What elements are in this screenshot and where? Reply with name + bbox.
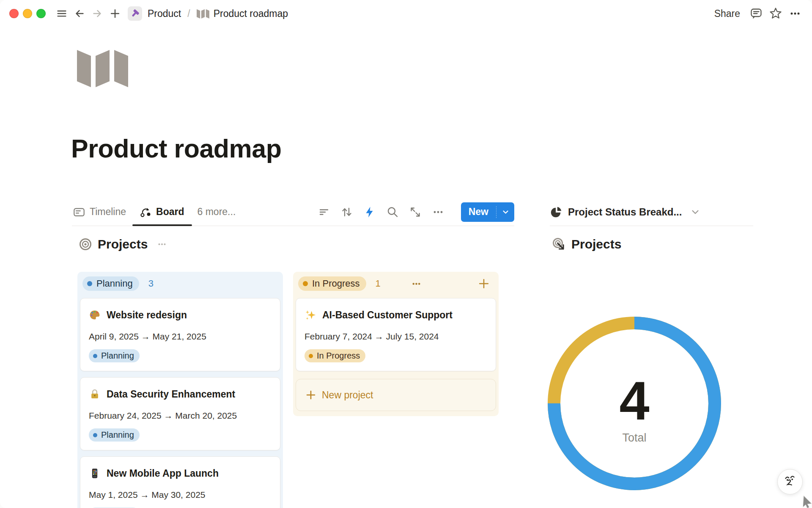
- card-status-label: In Progress: [317, 351, 360, 361]
- tab-board[interactable]: Board: [138, 198, 185, 226]
- palette-icon: [89, 309, 101, 321]
- lock-icon: [89, 388, 101, 400]
- new-tab-button[interactable]: [107, 6, 123, 21]
- tabs-more[interactable]: 6 more...: [197, 198, 237, 226]
- minimize-window-button[interactable]: [23, 9, 32, 18]
- page-icon-map[interactable]: [76, 47, 129, 88]
- app-window: Product / Product roadmap Share Product …: [0, 0, 812, 508]
- mobile-phone-icon: [89, 467, 101, 479]
- plus-icon: [109, 7, 121, 20]
- page-options-button[interactable]: [787, 6, 803, 21]
- timeline-view-icon: [73, 206, 85, 218]
- comment-icon: [749, 7, 763, 20]
- new-button[interactable]: New: [461, 202, 514, 222]
- card-title: Data Security Enhancement: [107, 386, 235, 402]
- card-status-tag: Planning: [89, 349, 140, 362]
- close-window-button[interactable]: [9, 9, 19, 18]
- card-new-mobile-app-launch[interactable]: New Mobile App Launch May 1, 2025 → May …: [80, 456, 280, 508]
- bullseye-icon: [79, 237, 92, 251]
- column-in-progress-header: In Progress 1: [296, 275, 496, 292]
- search-button[interactable]: [386, 205, 399, 219]
- map-icon-large: [77, 47, 128, 87]
- card-website-redesign[interactable]: Website redesign April 9, 2025 → May 21,…: [80, 298, 280, 371]
- status-dot-blue: [87, 281, 92, 286]
- view-bar: Timeline Board 6 more...: [72, 198, 514, 226]
- new-project-label: New project: [322, 389, 373, 401]
- sidebar-menu-button[interactable]: [54, 6, 69, 21]
- window-controls: [9, 9, 46, 18]
- status-pill-planning[interactable]: Planning: [82, 276, 139, 291]
- back-arrow-icon: [73, 7, 86, 20]
- favorite-button[interactable]: [768, 6, 783, 21]
- column-planning-header: Planning 3: [80, 275, 280, 292]
- tab-timeline-label: Timeline: [90, 206, 126, 218]
- column-add-card-button[interactable]: [477, 277, 490, 291]
- column-options-button[interactable]: [411, 278, 422, 291]
- plus-icon: [305, 389, 316, 400]
- plus-icon: [477, 277, 490, 290]
- notion-ai-button[interactable]: [777, 469, 803, 494]
- zoom-window-button[interactable]: [36, 9, 46, 18]
- expand-button[interactable]: [409, 205, 422, 219]
- card-date-range: February 7, 2024 → July 15, 2024: [304, 331, 487, 342]
- ellipsis-icon: [788, 7, 802, 20]
- kanban-board: Planning 3 Website redesign April 9, 202…: [77, 272, 499, 508]
- sparkles-icon: [304, 309, 316, 321]
- breadcrumb-separator: /: [187, 8, 191, 19]
- board-group-heading-label: Projects: [98, 237, 148, 251]
- card-title: Website redesign: [107, 307, 187, 323]
- tab-timeline[interactable]: Timeline: [72, 198, 127, 226]
- donut-chart: [548, 317, 721, 490]
- tabs-more-label: 6 more...: [198, 206, 236, 218]
- topbar-actions: Share: [710, 6, 803, 21]
- search-icon: [386, 205, 399, 219]
- sort-button[interactable]: [340, 205, 354, 219]
- status-donut[interactable]: 4 Total: [548, 317, 721, 490]
- view-options-button[interactable]: [431, 205, 445, 219]
- ai-face-icon: [782, 474, 798, 490]
- expand-icon: [409, 205, 422, 219]
- new-project-button[interactable]: New project: [296, 379, 496, 411]
- card-ai-based-customer-support[interactable]: AI-Based Customer Support February 7, 20…: [296, 298, 496, 371]
- bullseye-arrow-icon: [552, 237, 566, 251]
- new-button-dropdown[interactable]: [497, 209, 514, 215]
- top-bar: Product / Product roadmap Share: [0, 0, 812, 27]
- group-options-button[interactable]: [156, 239, 167, 250]
- hamburger-icon: [55, 7, 68, 20]
- forward-arrow-icon: [91, 7, 104, 20]
- comments-button[interactable]: [749, 6, 764, 21]
- hammer-icon: [129, 8, 140, 19]
- view-tabs: Timeline Board 6 more...: [72, 198, 236, 226]
- chart-view-selector[interactable]: Project Status Breakd...: [550, 198, 753, 226]
- star-icon: [769, 7, 782, 20]
- filter-button[interactable]: [317, 205, 331, 219]
- breadcrumb-item-product[interactable]: Product: [146, 7, 183, 20]
- breadcrumb-page-label: Product roadmap: [214, 8, 288, 19]
- map-icon: [197, 8, 209, 19]
- tab-board-label: Board: [156, 206, 184, 218]
- status-dot-yellow: [309, 354, 313, 358]
- card-status-label: Planning: [101, 351, 134, 361]
- forward-button[interactable]: [90, 6, 105, 21]
- share-button[interactable]: Share: [710, 6, 744, 21]
- board-view-icon: [139, 206, 152, 218]
- automations-button[interactable]: [363, 205, 376, 219]
- status-pill-label: Planning: [96, 278, 133, 289]
- workspace-icon[interactable]: [128, 6, 142, 21]
- status-pill-in-progress[interactable]: In Progress: [298, 276, 366, 291]
- ellipsis-icon: [156, 239, 167, 250]
- card-data-security-enhancement[interactable]: Data Security Enhancement February 24, 2…: [80, 377, 280, 450]
- filter-icon: [317, 205, 331, 219]
- back-button[interactable]: [72, 6, 87, 21]
- status-dot-yellow: [303, 281, 308, 286]
- view-toolbar: New: [317, 202, 514, 222]
- breadcrumb-item-product-roadmap[interactable]: Product roadmap: [195, 7, 290, 20]
- column-count: 1: [376, 278, 381, 289]
- status-dot-blue: [93, 433, 97, 437]
- chart-heading-label: Projects: [571, 237, 621, 251]
- card-date-range: April 9, 2025 → May 21, 2025: [89, 331, 272, 342]
- chevron-down-icon: [691, 208, 700, 216]
- column-planning: Planning 3 Website redesign April 9, 202…: [77, 272, 283, 508]
- page-title[interactable]: Product roadmap: [71, 134, 282, 163]
- card-status-tag: In Progress: [304, 349, 365, 362]
